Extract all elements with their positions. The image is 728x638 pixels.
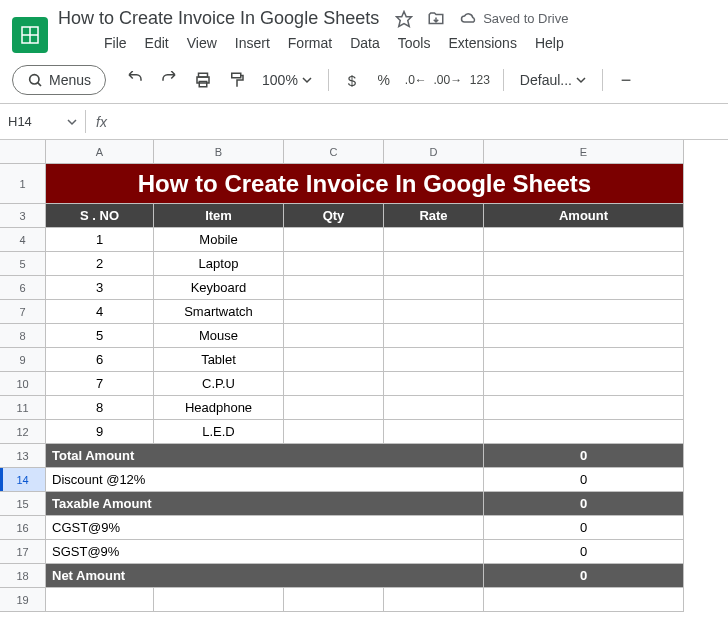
cell-item[interactable]: C.P.U bbox=[154, 372, 284, 396]
row-header[interactable]: 16 bbox=[0, 516, 46, 540]
cell-rate[interactable] bbox=[384, 372, 484, 396]
col-header[interactable]: E bbox=[484, 140, 684, 164]
menu-insert[interactable]: Insert bbox=[235, 35, 270, 51]
cell-amount[interactable] bbox=[484, 228, 684, 252]
print-icon[interactable] bbox=[190, 67, 216, 93]
redo-icon[interactable] bbox=[156, 67, 182, 93]
summary-label[interactable]: Discount @12% bbox=[46, 468, 484, 492]
row-header[interactable]: 6 bbox=[0, 276, 46, 300]
header-amount[interactable]: Amount bbox=[484, 204, 684, 228]
row-header[interactable]: 19 bbox=[0, 588, 46, 612]
summary-value[interactable]: 0 bbox=[484, 492, 684, 516]
cell[interactable] bbox=[384, 588, 484, 612]
row-header[interactable]: 18 bbox=[0, 564, 46, 588]
menu-edit[interactable]: Edit bbox=[145, 35, 169, 51]
cell-amount[interactable] bbox=[484, 276, 684, 300]
col-header[interactable]: D bbox=[384, 140, 484, 164]
cell-item[interactable]: L.E.D bbox=[154, 420, 284, 444]
cell-amount[interactable] bbox=[484, 372, 684, 396]
row-header[interactable]: 1 bbox=[0, 164, 46, 204]
row-header[interactable]: 12 bbox=[0, 420, 46, 444]
cell-rate[interactable] bbox=[384, 420, 484, 444]
cell-rate[interactable] bbox=[384, 396, 484, 420]
cell-qty[interactable] bbox=[284, 372, 384, 396]
row-header[interactable]: 15 bbox=[0, 492, 46, 516]
cell-amount[interactable] bbox=[484, 300, 684, 324]
cell-sno[interactable]: 1 bbox=[46, 228, 154, 252]
menu-file[interactable]: File bbox=[104, 35, 127, 51]
summary-label[interactable]: CGST@9% bbox=[46, 516, 484, 540]
summary-value[interactable]: 0 bbox=[484, 516, 684, 540]
star-icon[interactable] bbox=[395, 10, 413, 28]
cell-item[interactable]: Keyboard bbox=[154, 276, 284, 300]
header-sno[interactable]: S . NO bbox=[46, 204, 154, 228]
col-header[interactable]: B bbox=[154, 140, 284, 164]
cell-qty[interactable] bbox=[284, 276, 384, 300]
menu-format[interactable]: Format bbox=[288, 35, 332, 51]
sheets-logo[interactable] bbox=[12, 17, 48, 53]
row-header[interactable]: 4 bbox=[0, 228, 46, 252]
cell-rate[interactable] bbox=[384, 348, 484, 372]
currency-icon[interactable]: $ bbox=[339, 67, 365, 93]
cell-sno[interactable]: 5 bbox=[46, 324, 154, 348]
document-title[interactable]: How to Create Invoice In Google Sheets bbox=[58, 8, 379, 29]
row-header[interactable]: 3 bbox=[0, 204, 46, 228]
cell-sno[interactable]: 9 bbox=[46, 420, 154, 444]
menu-data[interactable]: Data bbox=[350, 35, 380, 51]
summary-value[interactable]: 0 bbox=[484, 564, 684, 588]
summary-value[interactable]: 0 bbox=[484, 540, 684, 564]
row-header[interactable]: 10 bbox=[0, 372, 46, 396]
cell-qty[interactable] bbox=[284, 252, 384, 276]
cell[interactable] bbox=[154, 588, 284, 612]
row-header[interactable]: 13 bbox=[0, 444, 46, 468]
summary-label[interactable]: SGST@9% bbox=[46, 540, 484, 564]
row-header[interactable]: 14 bbox=[0, 468, 46, 492]
decrease-decimal-icon[interactable]: .0← bbox=[403, 67, 429, 93]
cell-item[interactable]: Smartwatch bbox=[154, 300, 284, 324]
summary-label[interactable]: Net Amount bbox=[46, 564, 484, 588]
cell[interactable] bbox=[46, 588, 154, 612]
cell-sno[interactable]: 4 bbox=[46, 300, 154, 324]
cell-item[interactable]: Mobile bbox=[154, 228, 284, 252]
summary-label[interactable]: Taxable Amount bbox=[46, 492, 484, 516]
cell-rate[interactable] bbox=[384, 276, 484, 300]
row-header[interactable]: 8 bbox=[0, 324, 46, 348]
cell-amount[interactable] bbox=[484, 396, 684, 420]
zoom-select[interactable]: 100% bbox=[256, 72, 318, 88]
row-header[interactable]: 9 bbox=[0, 348, 46, 372]
header-rate[interactable]: Rate bbox=[384, 204, 484, 228]
row-header[interactable]: 7 bbox=[0, 300, 46, 324]
cell-item[interactable]: Tablet bbox=[154, 348, 284, 372]
cell-qty[interactable] bbox=[284, 396, 384, 420]
row-header[interactable]: 11 bbox=[0, 396, 46, 420]
col-header[interactable]: A bbox=[46, 140, 154, 164]
cell-rate[interactable] bbox=[384, 252, 484, 276]
cell-item[interactable]: Headphone bbox=[154, 396, 284, 420]
menus-button[interactable]: Menus bbox=[12, 65, 106, 95]
menu-view[interactable]: View bbox=[187, 35, 217, 51]
cell-rate[interactable] bbox=[384, 324, 484, 348]
paint-format-icon[interactable] bbox=[224, 67, 250, 93]
cell-amount[interactable] bbox=[484, 348, 684, 372]
cell-amount[interactable] bbox=[484, 420, 684, 444]
cell-sno[interactable]: 2 bbox=[46, 252, 154, 276]
cell-sno[interactable]: 3 bbox=[46, 276, 154, 300]
cell-qty[interactable] bbox=[284, 324, 384, 348]
decrease-font-icon[interactable]: − bbox=[613, 67, 639, 93]
summary-value[interactable]: 0 bbox=[484, 444, 684, 468]
col-header[interactable]: C bbox=[284, 140, 384, 164]
cell-sno[interactable]: 7 bbox=[46, 372, 154, 396]
header-item[interactable]: Item bbox=[154, 204, 284, 228]
name-box[interactable]: H14 bbox=[0, 110, 86, 133]
menu-tools[interactable]: Tools bbox=[398, 35, 431, 51]
cell-qty[interactable] bbox=[284, 300, 384, 324]
cell[interactable] bbox=[484, 588, 684, 612]
menu-help[interactable]: Help bbox=[535, 35, 564, 51]
cell-amount[interactable] bbox=[484, 324, 684, 348]
font-select[interactable]: Defaul... bbox=[514, 72, 592, 88]
summary-value[interactable]: 0 bbox=[484, 468, 684, 492]
cloud-status[interactable]: Saved to Drive bbox=[459, 10, 568, 28]
cell-qty[interactable] bbox=[284, 420, 384, 444]
more-formats-icon[interactable]: 123 bbox=[467, 67, 493, 93]
cell-item[interactable]: Mouse bbox=[154, 324, 284, 348]
